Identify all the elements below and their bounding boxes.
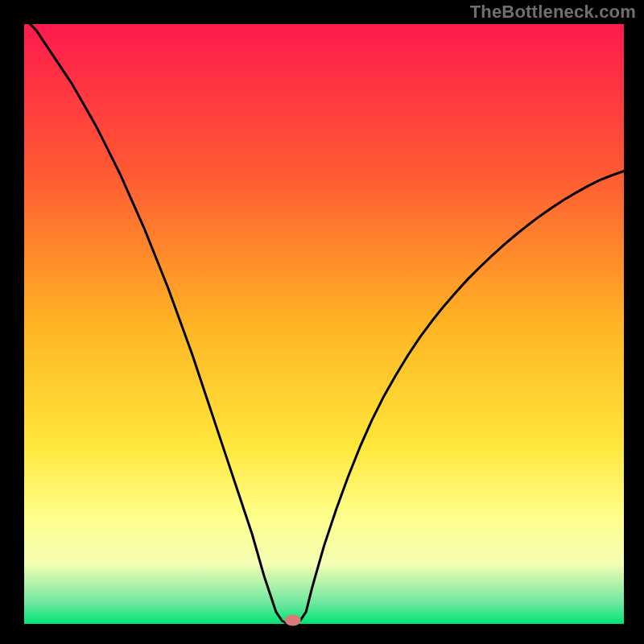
watermark-text: TheBottleneck.com (470, 2, 636, 23)
gradient-background (24, 24, 624, 624)
chart-container: TheBottleneck.com (0, 0, 644, 644)
optimal-point-marker (285, 615, 301, 626)
bottleneck-chart (0, 0, 644, 644)
